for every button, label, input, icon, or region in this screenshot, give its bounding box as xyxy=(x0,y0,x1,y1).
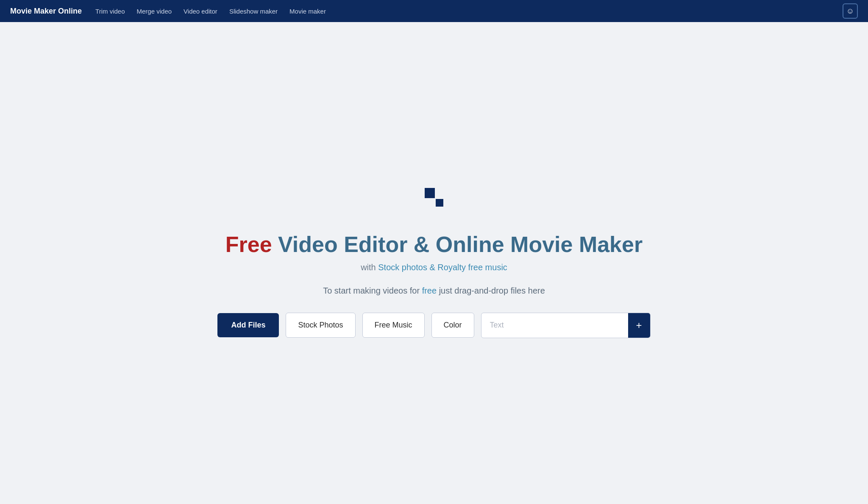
nav-link-slideshow-maker[interactable]: Slideshow maker xyxy=(229,8,278,15)
description-free-word: free xyxy=(422,286,437,295)
nav-link-merge-video[interactable]: Merge video xyxy=(137,8,172,15)
text-input-wrapper: + xyxy=(481,313,651,338)
logo-square-bottom xyxy=(436,199,443,207)
free-music-button[interactable]: Free Music xyxy=(362,313,425,338)
headline-main-text: Video Editor & Online Movie Maker xyxy=(272,232,643,257)
description-prefix: To start making videos for xyxy=(323,286,422,295)
main-headline: Free Video Editor & Online Movie Maker xyxy=(225,232,643,258)
add-text-button[interactable]: + xyxy=(628,313,650,338)
nav-link-trim-video[interactable]: Trim video xyxy=(95,8,125,15)
stock-photos-button[interactable]: Stock Photos xyxy=(286,313,355,338)
nav-brand[interactable]: Movie Maker Online xyxy=(10,7,82,16)
user-account-button[interactable]: ☺ xyxy=(843,3,858,19)
subheadline-prefix: with xyxy=(361,263,378,272)
subheadline: with Stock photos & Royalty free music xyxy=(225,263,643,272)
nav-link-video-editor[interactable]: Video editor xyxy=(184,8,217,15)
main-content: Free Video Editor & Online Movie Maker w… xyxy=(0,22,868,504)
app-logo xyxy=(425,188,443,207)
headline-free-word: Free xyxy=(225,232,272,257)
description-text: To start making videos for free just dra… xyxy=(323,286,545,296)
nav-link-movie-maker[interactable]: Movie maker xyxy=(289,8,326,15)
logo-square-top xyxy=(425,188,435,198)
color-button[interactable]: Color xyxy=(431,313,474,338)
subheadline-link[interactable]: Stock photos & Royalty free music xyxy=(378,263,507,272)
description-suffix: just drag-and-drop files here xyxy=(437,286,545,295)
action-bar: Add Files Stock Photos Free Music Color … xyxy=(217,313,650,338)
logo-container xyxy=(425,188,443,207)
text-input[interactable] xyxy=(481,313,628,337)
add-files-button[interactable]: Add Files xyxy=(217,313,279,337)
nav-links: Trim video Merge video Video editor Slid… xyxy=(95,8,829,15)
user-icon: ☺ xyxy=(846,7,854,16)
headline-section: Free Video Editor & Online Movie Maker w… xyxy=(225,232,643,272)
navbar: Movie Maker Online Trim video Merge vide… xyxy=(0,0,868,22)
